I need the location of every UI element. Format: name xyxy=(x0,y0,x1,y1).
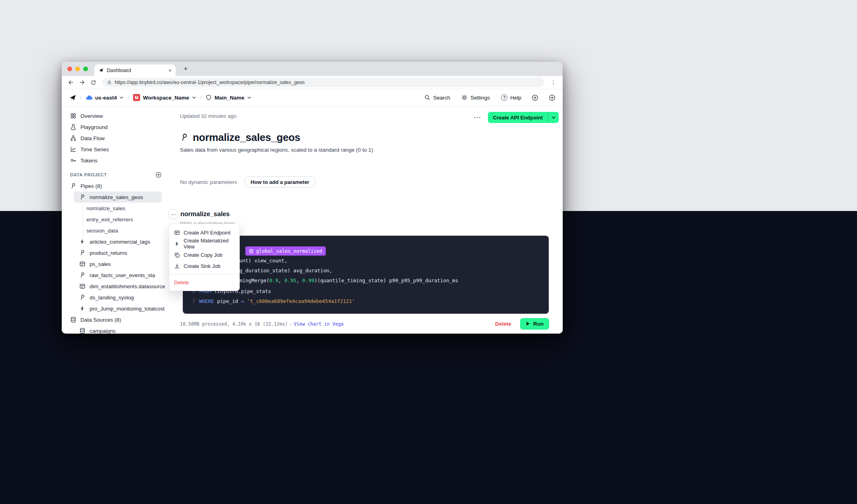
code-token: , xyxy=(296,277,302,283)
sidebar-item-pipe[interactable]: pro_Jump_monitoring_totalcost xyxy=(74,303,162,314)
cloud-icon xyxy=(86,94,92,101)
menu-item-delete[interactable]: Delete xyxy=(169,277,239,288)
sidebar-item-datasource[interactable]: campaigns xyxy=(74,325,162,334)
desktop-backdrop: Dashboard × + https://app.tinybird.co/aw… xyxy=(0,0,857,504)
browser-tab[interactable]: Dashboard × xyxy=(94,64,176,76)
sidebar-item-pipe[interactable]: ps_sales xyxy=(74,258,162,270)
close-window-button[interactable] xyxy=(67,66,72,71)
tab-title: Dashboard xyxy=(107,68,165,73)
menu-item-create-sink-job[interactable]: Create Sink Job xyxy=(169,260,239,272)
sidebar-item-pipe-selected[interactable]: normalize_sales_geos xyxy=(74,191,162,203)
menu-item-create-materialized-view[interactable]: Create Materialized View xyxy=(169,238,239,249)
sidebar-item-pipe[interactable]: raw_facts_user_events_sta xyxy=(74,270,162,281)
line-number: 7 xyxy=(192,296,199,306)
sidebar-item-pipe[interactable]: articles_commercial_tags xyxy=(74,236,162,247)
region-switcher[interactable]: us-east4 xyxy=(86,94,124,101)
sidebar-item-label: Pipes (8) xyxy=(80,183,102,189)
sidebar-item-label: Playground xyxy=(80,124,108,130)
add-resource-icon[interactable] xyxy=(155,172,162,178)
url-bar[interactable]: https://app.tinybird.co/aws/eu-central-1… xyxy=(102,78,544,87)
search-label: Search xyxy=(433,95,450,101)
node-kebab-button[interactable]: ⋯ xyxy=(168,209,178,219)
back-button[interactable] xyxy=(66,77,76,88)
code-token: unt) view_count, xyxy=(239,258,287,264)
code-token: 0.95 xyxy=(284,277,296,283)
workspace-switcher[interactable]: M Workspace_Name xyxy=(133,94,196,101)
add-button[interactable] xyxy=(532,94,538,101)
sidebar-node-item[interactable]: entry_exit_referrers xyxy=(86,214,162,225)
sidebar-item-label: campaigns xyxy=(90,328,115,334)
delete-node-button[interactable]: Delete xyxy=(495,321,511,327)
node-label: normalize_sales xyxy=(86,205,125,211)
view-chart-vega-link[interactable]: View chart in Vega xyxy=(294,321,344,327)
forward-button[interactable] xyxy=(77,77,87,88)
tab-close-icon[interactable]: × xyxy=(168,68,172,73)
menu-item-label: Create API Endpoint xyxy=(184,230,231,236)
pipe-icon xyxy=(79,272,86,278)
browser-menu-icon[interactable]: ⋮ xyxy=(548,79,559,86)
sidebar-item-overview[interactable]: Overview xyxy=(70,110,162,121)
sidebar-item-pipe[interactable]: product_returns xyxy=(74,247,162,258)
create-api-endpoint-split-button: Create API Endpoint xyxy=(488,112,559,123)
url-text: https://app.tinybird.co/aws/eu-central-1… xyxy=(115,80,305,85)
lock-icon xyxy=(107,80,112,85)
reload-button[interactable] xyxy=(88,77,98,88)
new-tab-button[interactable]: + xyxy=(180,64,191,74)
sidebar-node-item[interactable]: normalize_sales xyxy=(86,203,162,214)
add-secondary-button[interactable] xyxy=(549,94,556,101)
breadcrumb-separator: / xyxy=(127,95,129,101)
how-to-add-parameter-button[interactable]: How to add a parameter xyxy=(245,176,315,188)
gear-icon xyxy=(461,94,468,101)
minimize-window-button[interactable] xyxy=(75,66,80,71)
pipe-icon xyxy=(70,183,76,189)
sidebar-item-pipe[interactable]: dim_establishments.datasource xyxy=(74,281,162,292)
sidebar-item-data-sources[interactable]: Data Sources (8) xyxy=(70,314,162,325)
environment-switcher[interactable]: Main_Name xyxy=(205,94,251,101)
code-token: 0.99 xyxy=(302,277,314,283)
main-content: Updated 32 minutes ago ⋯ Create API Endp… xyxy=(167,106,563,334)
create-api-endpoint-dropdown[interactable] xyxy=(548,112,559,123)
pipe-icon xyxy=(180,133,189,142)
chevron-down-icon xyxy=(192,96,196,99)
run-button[interactable]: Run xyxy=(520,318,549,330)
sidebar-item-label: raw_facts_user_events_sta xyxy=(90,272,155,278)
pipe-node-list: normalize_sales entry_exit_referrers ses… xyxy=(83,203,162,236)
settings-button[interactable]: Settings xyxy=(461,94,490,101)
sidebar-item-playground[interactable]: Playground xyxy=(70,121,162,133)
zoom-window-button[interactable] xyxy=(83,66,88,71)
database-icon xyxy=(79,328,86,334)
page-actions: ⋯ Create API Endpoint xyxy=(474,112,559,123)
pipe-icon xyxy=(79,250,86,256)
help-label: Help xyxy=(510,95,521,101)
menu-item-create-api-endpoint[interactable]: Create API Endpoint xyxy=(169,227,239,238)
create-api-endpoint-button[interactable]: Create API Endpoint xyxy=(488,112,548,123)
sidebar-item-label: Data Flow xyxy=(80,135,105,141)
sidebar-item-label: ds_landing_syslog xyxy=(90,295,134,301)
sidebar-node-item[interactable]: session_data xyxy=(86,225,162,236)
sidebar-item-pipe[interactable]: ds_landing_syslog xyxy=(74,292,162,303)
sidebar-item-label: ps_sales xyxy=(90,261,111,267)
sidebar-item-label: Overview xyxy=(80,113,103,119)
sidebar-item-tokens[interactable]: Tokens xyxy=(70,155,162,166)
menu-divider xyxy=(169,274,239,274)
menu-item-create-copy-job[interactable]: Create Copy Job xyxy=(169,249,239,260)
sidebar-item-time-series[interactable]: Time Series xyxy=(70,144,162,155)
help-button[interactable]: ? Help xyxy=(501,94,521,101)
window-controls xyxy=(67,66,88,71)
page-kebab-menu[interactable]: ⋯ xyxy=(474,113,481,122)
code-token: g_duration_state) avg_duration, xyxy=(239,268,332,273)
updated-timestamp: Updated 32 minutes ago xyxy=(180,113,237,119)
search-icon xyxy=(424,94,430,101)
sidebar-item-label: Tokens xyxy=(80,158,98,164)
tinybird-favicon-icon xyxy=(98,68,104,73)
run-label: Run xyxy=(533,321,544,327)
database-icon xyxy=(70,316,76,323)
sidebar-item-pipes[interactable]: Pipes (8) xyxy=(70,180,162,191)
sidebar-item-data-flow[interactable]: Data Flow xyxy=(70,133,162,144)
search-button[interactable]: Search xyxy=(424,94,450,101)
materialized-view-badge[interactable]: global_sales_normalized xyxy=(245,246,326,256)
query-stats-row: 10.56MB processed, 4.10k x 18 (22.12ms) … xyxy=(180,320,344,327)
chevron-down-icon xyxy=(247,96,251,99)
table-icon xyxy=(79,261,86,267)
editor-footer-actions: Delete Run xyxy=(495,318,549,330)
